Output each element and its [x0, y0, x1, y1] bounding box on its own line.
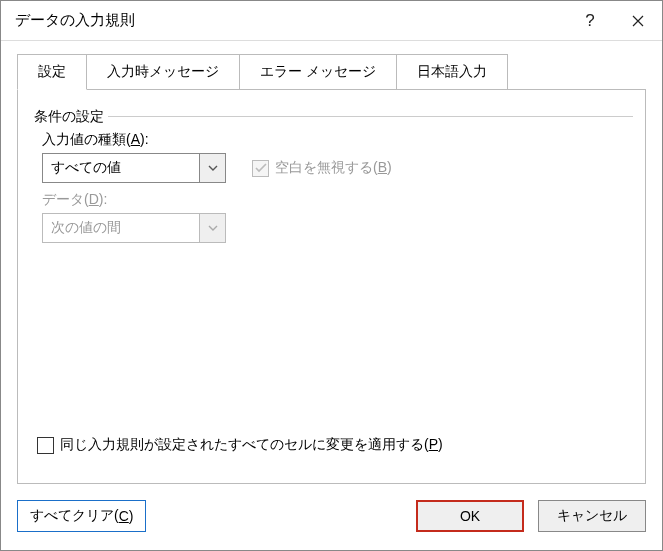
apply-all-checkbox[interactable]	[37, 437, 54, 454]
ok-button[interactable]: OK	[416, 500, 524, 532]
close-icon	[632, 15, 644, 27]
clear-all-button[interactable]: すべてクリア(C)	[17, 500, 146, 532]
allow-dropdown-button[interactable]	[199, 154, 225, 182]
titlebar: データの入力規則 ?	[1, 1, 662, 41]
tab-input-message[interactable]: 入力時メッセージ	[86, 54, 240, 90]
window-title: データの入力規則	[15, 11, 566, 30]
chevron-down-icon	[208, 225, 218, 231]
tab-ime-mode[interactable]: 日本語入力	[396, 54, 508, 90]
ignore-blank-checkbox	[252, 160, 269, 177]
tab-panel-settings: 条件の設定 入力値の種類(A): すべての値 空白を無視する(B)	[17, 89, 646, 484]
fieldset-divider	[108, 116, 633, 117]
help-button[interactable]: ?	[566, 1, 614, 41]
allow-select[interactable]: すべての値	[42, 153, 226, 183]
data-label: データ(D):	[42, 191, 633, 209]
fieldset-label: 条件の設定	[30, 108, 108, 124]
data-dropdown-button	[199, 214, 225, 242]
data-select-value: 次の値の間	[43, 214, 199, 242]
tab-settings[interactable]: 設定	[17, 54, 87, 90]
apply-all-row: 同じ入力規則が設定されたすべてのセルに変更を適用する(P)	[37, 436, 646, 454]
apply-all-label: 同じ入力規則が設定されたすべてのセルに変更を適用する(P)	[60, 436, 443, 454]
content-area: 設定 入力時メッセージ エラー メッセージ 日本語入力 条件の設定 入力値の種類…	[1, 41, 662, 500]
ignore-blank-row: 空白を無視する(B)	[252, 159, 392, 177]
close-button[interactable]	[614, 1, 662, 41]
tab-error-alert[interactable]: エラー メッセージ	[239, 54, 397, 90]
ignore-blank-label: 空白を無視する(B)	[275, 159, 392, 177]
footer: すべてクリア(C) OK キャンセル	[1, 500, 662, 550]
allow-label: 入力値の種類(A):	[42, 131, 633, 149]
dialog-window: データの入力規則 ? 設定 入力時メッセージ エラー メッセージ 日本語入力 条…	[0, 0, 663, 551]
chevron-down-icon	[208, 165, 218, 171]
allow-select-value: すべての値	[43, 154, 199, 182]
cancel-button[interactable]: キャンセル	[538, 500, 646, 532]
tab-strip: 設定 入力時メッセージ エラー メッセージ 日本語入力	[17, 53, 646, 89]
data-select: 次の値の間	[42, 213, 226, 243]
check-icon	[255, 163, 267, 173]
